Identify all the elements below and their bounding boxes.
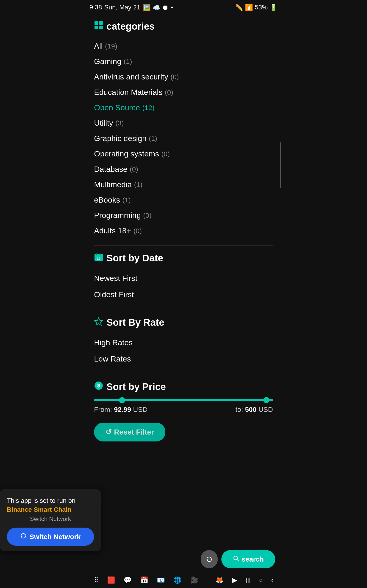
sort-date-title: Sort by Date <box>106 253 163 264</box>
sort-rate-header: Sort By Rate <box>94 317 273 328</box>
reset-icon: ↺ <box>106 428 112 436</box>
main-content: categories All (19) Gaming (1) Antivirus… <box>85 14 282 441</box>
svg-rect-2 <box>94 26 98 29</box>
categories-header: categories <box>94 21 273 32</box>
dock-app-4[interactable]: 📧 <box>157 576 165 584</box>
home-icon[interactable]: ○ <box>259 577 263 584</box>
range-thumb-right[interactable] <box>263 397 269 403</box>
range-thumb-left[interactable] <box>119 397 125 403</box>
pencil-icon: ✏️ <box>235 4 243 11</box>
wifi-icon: 📶 <box>245 4 253 11</box>
sort-price-title: Sort by Price <box>106 381 166 392</box>
sort-date-newest[interactable]: Newest First <box>94 270 273 286</box>
popup-subtitle: Switch Network <box>85 515 94 523</box>
category-os[interactable]: Operating systems (0) <box>94 146 273 162</box>
svg-rect-1 <box>99 21 103 25</box>
apps-grid-icon[interactable]: ⠿ <box>94 576 99 584</box>
category-list: All (19) Gaming (1) Antivirus and securi… <box>94 38 273 238</box>
sort-rate-high[interactable]: High Rates <box>94 334 273 351</box>
svg-rect-5 <box>96 253 97 255</box>
svg-marker-9 <box>94 318 102 325</box>
category-utility[interactable]: Utility (3) <box>94 115 273 131</box>
dock-separator <box>207 575 207 585</box>
search-button[interactable]: search <box>221 550 275 568</box>
dock-app-5[interactable]: 🌐 <box>173 576 181 584</box>
sort-price-header: $ Sort by Price <box>94 381 273 392</box>
dock-app-3[interactable]: 📅 <box>140 576 148 584</box>
app-dock: ⠿ 🟥 💬 📅 📧 🌐 🎥 🦊 ▶ ||| ○ ‹ <box>90 575 277 585</box>
category-opensource[interactable]: Open Source (12) <box>94 100 273 115</box>
sort-rate-options: High Rates Low Rates <box>94 334 273 367</box>
divider-1 <box>94 245 273 246</box>
category-gaming[interactable]: Gaming (1) <box>94 54 273 69</box>
price-from: From: 92.99 USD <box>94 406 148 414</box>
battery-icon: 🔋 <box>269 4 277 11</box>
category-antivirus[interactable]: Antivirus and security (0) <box>94 69 273 85</box>
network-popup: This app is set to run on Binance Smart … <box>85 489 101 551</box>
svg-line-13 <box>237 559 239 561</box>
popup-message: This app is set to run on Binance Smart … <box>85 496 94 514</box>
recent-apps-icon[interactable]: ||| <box>246 577 250 584</box>
svg-rect-3 <box>99 26 103 29</box>
dock-app-1[interactable]: 🟥 <box>107 576 115 584</box>
category-all[interactable]: All (19) <box>94 38 273 54</box>
price-range: From: 92.99 USD to: 500 USD <box>94 399 273 414</box>
scrollbar[interactable] <box>280 142 281 188</box>
system-nav: ⠿ 🟥 💬 📅 📧 🌐 🎥 🦊 ▶ ||| ○ ‹ <box>85 572 282 588</box>
range-track[interactable] <box>94 399 273 401</box>
status-dot: • <box>171 4 173 11</box>
play-icon[interactable]: ▶ <box>232 576 237 584</box>
dock-app-2[interactable]: 💬 <box>124 576 132 584</box>
dock-app-6[interactable]: 🎥 <box>190 576 198 584</box>
svg-rect-6 <box>100 253 101 255</box>
category-graphic[interactable]: Graphic design (1) <box>94 131 273 146</box>
back-icon[interactable]: ‹ <box>271 577 273 584</box>
sort-rate-title: Sort By Rate <box>106 317 164 328</box>
category-database[interactable]: Database (0) <box>94 162 273 177</box>
svg-rect-7 <box>94 256 103 256</box>
switch-network-button[interactable]: Switch Network <box>85 527 94 546</box>
refresh-button[interactable] <box>201 550 218 568</box>
category-adults[interactable]: Adults 18+ (0) <box>94 223 273 238</box>
svg-text:19: 19 <box>97 257 100 260</box>
status-date: Sun, May 21 <box>104 4 140 11</box>
price-to: to: 500 USD <box>236 406 273 414</box>
calendar-icon: 19 <box>94 252 103 264</box>
metamask-icon[interactable]: 🦊 <box>216 576 224 584</box>
sort-date-oldest[interactable]: Oldest First <box>94 286 273 303</box>
search-icon <box>233 555 239 563</box>
status-bar: 9:38 Sun, May 21 🖼️ ☁️ ⏺ • ✏️ 📶 53% 🔋 <box>85 0 282 14</box>
category-programming[interactable]: Programming (0) <box>94 208 273 223</box>
category-education[interactable]: Education Materials (0) <box>94 85 273 100</box>
svg-text:$: $ <box>97 383 100 389</box>
reset-filter-button[interactable]: ↺ Reset Filter <box>94 423 165 441</box>
categories-title: categories <box>106 21 155 32</box>
divider-2 <box>94 310 273 310</box>
sort-rate-low[interactable]: Low Rates <box>94 351 273 367</box>
categories-icon <box>94 21 103 32</box>
category-multimedia[interactable]: Multimedia (1) <box>94 177 273 192</box>
bottom-action-bar: search <box>85 546 282 572</box>
divider-3 <box>94 374 273 374</box>
status-time: 9:38 <box>90 4 102 11</box>
sort-date-header: 19 Sort by Date <box>94 252 273 264</box>
dollar-icon: $ <box>94 381 103 392</box>
status-icons: 🖼️ ☁️ ⏺ <box>143 4 169 11</box>
sort-date-options: Newest First Oldest First <box>94 270 273 303</box>
svg-rect-0 <box>94 21 98 25</box>
battery-text: 53% <box>255 4 268 11</box>
price-labels: From: 92.99 USD to: 500 USD <box>94 406 273 414</box>
category-ebooks[interactable]: eBooks (1) <box>94 192 273 208</box>
star-icon <box>94 317 103 328</box>
